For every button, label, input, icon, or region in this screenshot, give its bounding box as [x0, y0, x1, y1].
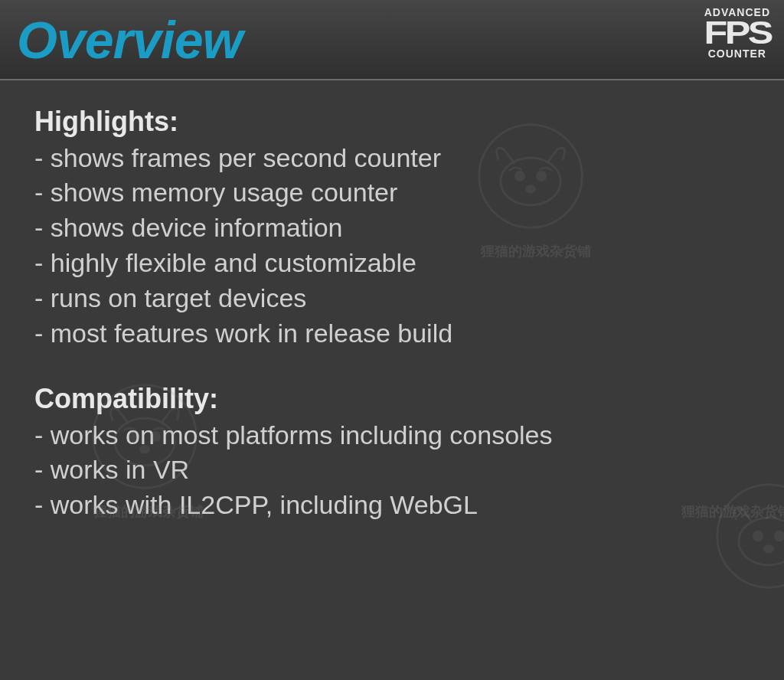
content-area: Highlights: - shows frames per second co… [0, 80, 784, 546]
highlights-heading: Highlights: [34, 103, 750, 141]
highlight-item: - highly flexible and customizable [34, 246, 750, 281]
highlight-item: - shows frames per second counter [34, 141, 750, 176]
highlight-item: - shows device information [34, 211, 750, 246]
compat-heading: Compatibility: [34, 381, 750, 418]
highlight-item: - shows memory usage counter [34, 175, 750, 211]
highlight-item: - runs on target devices [34, 281, 750, 316]
svg-point-14 [764, 546, 773, 552]
compat-item: - works on most platforms including cons… [34, 418, 750, 453]
highlight-item: - most features work in release build [34, 316, 750, 351]
logo-main-text: FPS [697, 20, 777, 46]
page-title: Overview [17, 10, 242, 70]
product-logo: ADVANCED FPS COUNTER [704, 6, 770, 60]
compat-item: - works with IL2CPP, including WebGL [34, 488, 750, 523]
compat-item: - works in VR [34, 453, 750, 488]
slide-header: Overview ADVANCED FPS COUNTER [0, 0, 784, 80]
